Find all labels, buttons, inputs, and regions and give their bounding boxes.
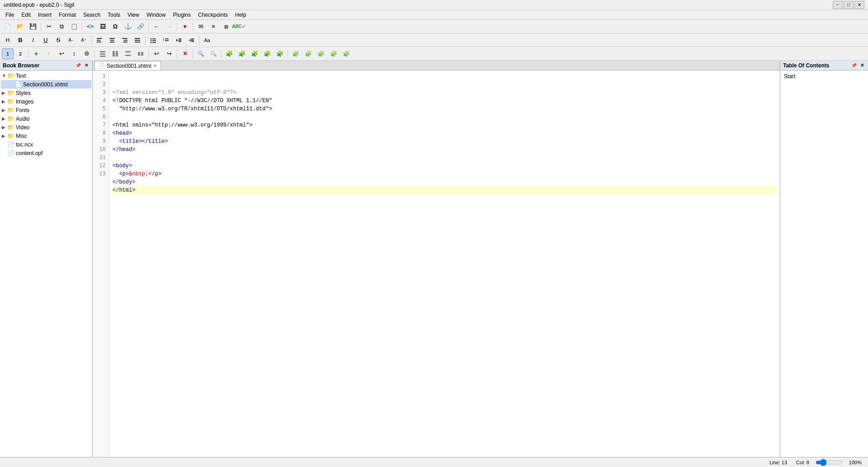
insert-link-button[interactable]: ⚓	[122, 21, 134, 32]
paste-button[interactable]: 📋	[68, 21, 80, 32]
maximize-button[interactable]: □	[844, 1, 854, 9]
indent-more-button[interactable]	[185, 35, 197, 46]
minimize-button[interactable]: −	[833, 1, 843, 9]
plugin2-button[interactable]: 🧩	[236, 48, 248, 59]
nav1-button[interactable]	[97, 48, 108, 59]
sidebar-item-misc[interactable]: ▶ 📁 Misc	[1, 132, 91, 140]
back-button[interactable]: ←	[151, 21, 162, 32]
sidebar-item-video[interactable]: ▶ 📁 Video	[1, 123, 91, 132]
move-section-button[interactable]: ↕	[68, 48, 80, 59]
align-justify-button[interactable]	[132, 35, 143, 46]
list1-button[interactable]: ≡	[208, 21, 219, 32]
toc-close-button[interactable]: ✕	[859, 62, 865, 68]
code-editor[interactable]: 12345678910111213 <?xml version="1.0" en…	[93, 71, 780, 457]
sup-button[interactable]: A⁺	[78, 35, 90, 46]
redo-button[interactable]: ↪	[163, 48, 175, 59]
align-left-button[interactable]	[94, 35, 105, 46]
menu-item-window[interactable]: Window	[143, 11, 170, 19]
bold-button[interactable]: B	[14, 35, 26, 46]
nav4-button[interactable]	[135, 48, 146, 59]
strikethrough-button[interactable]: S	[52, 35, 64, 46]
plugin7-button[interactable]: 🧩	[302, 48, 314, 59]
sidebar-item-styles[interactable]: ▶ 📁 Styles	[1, 89, 91, 97]
plugin9-button[interactable]: 🧩	[328, 48, 340, 59]
zoom-out-button[interactable]: 🔍	[208, 48, 219, 59]
align-center-button[interactable]	[106, 35, 118, 46]
plugin4-button[interactable]: 🧩	[261, 48, 273, 59]
sidebar-close-button[interactable]: ✕	[83, 62, 90, 68]
special-char-button[interactable]: Ω	[109, 21, 121, 32]
list2-button[interactable]: ≣	[220, 21, 232, 32]
menu-item-insert[interactable]: Insert	[34, 11, 55, 19]
sidebar-item-text[interactable]: ▼ 📁 Text	[1, 71, 91, 80]
tab-close-button[interactable]: ✕	[153, 63, 157, 68]
close-button[interactable]: ✕	[854, 1, 864, 9]
mail-button[interactable]: ✉	[195, 21, 207, 32]
cut2-button[interactable]: ✕	[179, 48, 191, 59]
bookmark-button[interactable]: ♥	[179, 21, 191, 32]
plugin8-button[interactable]: 🧩	[315, 48, 327, 59]
svg-rect-3	[109, 38, 115, 39]
sidebar-item-toc-ncx[interactable]: 📄 toc.ncx	[1, 140, 91, 149]
zoom-in-button[interactable]: 🔍	[195, 48, 207, 59]
tree-arrow-text: ▼	[2, 73, 7, 78]
cut-button[interactable]: ✂	[43, 21, 55, 32]
nav2-button[interactable]	[109, 48, 121, 59]
tag-view-button[interactable]: ≺≻	[84, 21, 96, 32]
toc-header: Table Of Contents 📌 ✕	[780, 61, 868, 71]
plugin5-button[interactable]: 🧩	[274, 48, 286, 59]
plugin10-button[interactable]: 🧩	[340, 48, 352, 59]
forward-button[interactable]: →	[163, 21, 175, 32]
align-right-button[interactable]	[119, 35, 131, 46]
code-content[interactable]: <?xml version="1.0" encoding="utf-8"?><!…	[109, 71, 780, 457]
spellcheck-button[interactable]: ABC✓	[233, 21, 245, 32]
menu-item-format[interactable]: Format	[55, 11, 80, 19]
editor-tab[interactable]: 📄 Section0001.xhtml ✕	[94, 61, 161, 70]
sidebar-pin-button[interactable]: 📌	[74, 62, 82, 68]
sidebar-item-section0001[interactable]: 📄 Section0001.xhtml	[1, 80, 91, 89]
insert-image-button[interactable]: 🖼	[97, 21, 108, 32]
new-button[interactable]: 📄	[2, 21, 14, 32]
plugin3-button[interactable]: 🧩	[249, 48, 260, 59]
undo-section-button[interactable]: ↩	[56, 48, 67, 59]
menu-item-plugins[interactable]: Plugins	[170, 11, 194, 19]
menu-item-view[interactable]: View	[124, 11, 143, 19]
sidebar-item-audio[interactable]: ▶ 📁 Audio	[1, 114, 91, 123]
line-num-4: 4	[95, 97, 106, 105]
toc-pin-button[interactable]: 📌	[850, 62, 858, 68]
view-toggle-1[interactable]: 1	[2, 48, 14, 59]
sub-button[interactable]: A₋	[65, 35, 77, 46]
menu-item-help[interactable]: Help	[231, 11, 250, 19]
settings-button[interactable]: ⚙	[81, 48, 93, 59]
italic-button[interactable]: I	[27, 35, 39, 46]
nav3-button[interactable]	[122, 48, 134, 59]
menu-item-file[interactable]: File	[2, 11, 18, 19]
list-ordered-button[interactable]: 1.2.	[160, 35, 172, 46]
move-up-button[interactable]: ↑	[43, 48, 55, 59]
view-toggle-2[interactable]: 2	[14, 48, 26, 59]
undo-button[interactable]: ↩	[151, 48, 162, 59]
sep-tb3-5	[221, 49, 222, 58]
menu-item-checkpoints[interactable]: Checkpoints	[194, 11, 231, 19]
copy-button[interactable]: ⧉	[56, 21, 67, 32]
h-mark-button[interactable]: H	[2, 35, 14, 46]
list-unordered-button[interactable]	[147, 35, 159, 46]
insert-chain-button[interactable]: 🔗	[135, 21, 146, 32]
menu-item-edit[interactable]: Edit	[18, 11, 34, 19]
open-button[interactable]: 📂	[14, 21, 26, 32]
sidebar-item-content-opf[interactable]: 📄 content.opf	[1, 149, 91, 157]
plugin6-button[interactable]: 🧩	[290, 48, 302, 59]
font-format-button[interactable]: Aa	[201, 35, 213, 46]
save-button[interactable]: 💾	[27, 21, 39, 32]
underline-button[interactable]: U	[40, 35, 52, 46]
sidebar-item-fonts[interactable]: ▶ 📁 Fonts	[1, 106, 91, 114]
indent-less-button[interactable]	[173, 35, 184, 46]
toc-item-start: Start	[784, 73, 795, 80]
sidebar-item-images[interactable]: ▶ 📁 Images	[1, 97, 91, 106]
menu-item-tools[interactable]: Tools	[104, 11, 124, 19]
title-text: untitled.epub - epub2.0 - Sigil	[4, 2, 74, 8]
menu-item-search[interactable]: Search	[80, 11, 104, 19]
add-section-button[interactable]: +	[30, 48, 42, 59]
zoom-slider[interactable]	[816, 460, 843, 465]
plugin1-button[interactable]: 🧩	[223, 48, 235, 59]
